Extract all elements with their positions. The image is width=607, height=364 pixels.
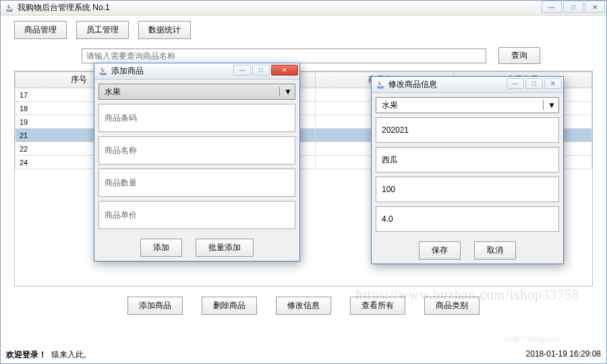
category-button[interactable]: 商品类别 bbox=[424, 297, 480, 315]
add-dialog-close[interactable]: ✕ bbox=[271, 65, 298, 75]
edit-dialog-titlebar[interactable]: 修改商品信息 — □ ✕ bbox=[372, 77, 563, 93]
add-category-combo[interactable]: 水果 ▼ bbox=[98, 84, 295, 100]
batch-add-button[interactable]: 批量添加 bbox=[196, 239, 254, 257]
window-controls: — □ ✕ bbox=[540, 1, 605, 13]
add-dialog-titlebar[interactable]: 添加商品 — □ ✕ bbox=[94, 63, 299, 80]
window-title: 我购物后台管理系统 No.1 bbox=[18, 2, 110, 13]
add-qty-field[interactable]: 商品数量 bbox=[98, 169, 295, 197]
status-bar: 欢迎登录！ 猿来入此。 2018-01-19 16:29:08 bbox=[6, 349, 601, 361]
watermark-blog: http://blog.csd bbox=[505, 334, 560, 344]
add-dialog-title: 添加商品 bbox=[111, 65, 144, 77]
edit-barcode-field[interactable]: 202021 bbox=[376, 117, 559, 143]
edit-dialog-maximize[interactable]: □ bbox=[525, 78, 543, 89]
delete-product-button[interactable]: 删除商品 bbox=[202, 297, 257, 315]
status-left: 欢迎登录！ 猿来入此。 bbox=[6, 349, 92, 361]
maximize-button[interactable]: □ bbox=[563, 1, 583, 13]
java-icon bbox=[5, 3, 14, 13]
java-icon bbox=[376, 80, 385, 90]
add-name-field[interactable]: 商品名称 bbox=[98, 136, 295, 164]
edit-dialog-minimize[interactable]: — bbox=[507, 78, 524, 89]
chevron-down-icon: ▼ bbox=[279, 87, 292, 96]
cancel-button[interactable]: 取消 bbox=[474, 241, 516, 260]
search-row: 查询 bbox=[1, 44, 606, 67]
status-time: 2018-01-19 16:29:08 bbox=[526, 349, 601, 361]
staff-mgmt-button[interactable]: 员工管理 bbox=[76, 21, 129, 39]
search-input[interactable] bbox=[82, 49, 486, 63]
add-product-dialog: 添加商品 — □ ✕ 水果 ▼ 商品条码 商品名称 商品数量 商品单价 添加 批… bbox=[94, 63, 300, 262]
chevron-down-icon: ▼ bbox=[543, 100, 556, 110]
java-icon bbox=[98, 67, 108, 76]
close-button[interactable]: ✕ bbox=[585, 1, 605, 13]
add-dialog-maximize[interactable]: □ bbox=[252, 65, 270, 75]
add-product-button[interactable]: 添加商品 bbox=[127, 297, 183, 315]
edit-dialog-title: 修改商品信息 bbox=[388, 79, 437, 90]
main-titlebar: 我购物后台管理系统 No.1 — □ ✕ bbox=[1, 1, 606, 16]
minimize-button[interactable]: — bbox=[542, 1, 562, 13]
main-toolbar: 商品管理 员工管理 数据统计 bbox=[1, 16, 606, 44]
add-barcode-field[interactable]: 商品条码 bbox=[98, 104, 295, 132]
product-mgmt-button[interactable]: 商品管理 bbox=[14, 21, 67, 39]
modify-info-button[interactable]: 修改信息 bbox=[276, 297, 331, 315]
edit-product-dialog: 修改商品信息 — □ ✕ 水果 ▼ 202021 西瓜 100 4.0 保存 取… bbox=[371, 76, 564, 264]
main-window: 我购物后台管理系统 No.1 — □ ✕ 商品管理 员工管理 数据统计 查询 序… bbox=[0, 0, 607, 364]
add-confirm-button[interactable]: 添加 bbox=[140, 239, 182, 257]
edit-name-field[interactable]: 西瓜 bbox=[376, 147, 559, 173]
bottom-toolbar: 添加商品 删除商品 修改信息 查看所有 商品类别 bbox=[1, 297, 606, 315]
edit-dialog-close[interactable]: ✕ bbox=[544, 78, 562, 89]
edit-price-field[interactable]: 4.0 bbox=[376, 206, 559, 232]
add-dialog-minimize[interactable]: — bbox=[233, 65, 251, 75]
add-price-field[interactable]: 商品单价 bbox=[98, 201, 295, 229]
stats-button[interactable]: 数据统计 bbox=[138, 21, 191, 39]
save-button[interactable]: 保存 bbox=[419, 241, 461, 260]
edit-category-combo[interactable]: 水果 ▼ bbox=[376, 97, 559, 113]
search-button[interactable]: 查询 bbox=[498, 47, 540, 64]
view-all-button[interactable]: 查看所有 bbox=[350, 297, 405, 315]
edit-qty-field[interactable]: 100 bbox=[376, 177, 559, 202]
